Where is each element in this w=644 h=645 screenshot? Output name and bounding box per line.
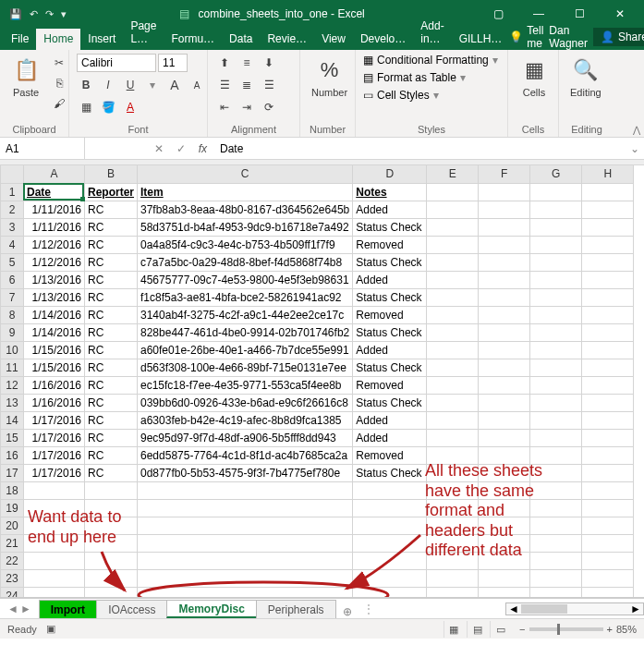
cell[interactable]	[353, 552, 427, 569]
cell[interactable]	[479, 499, 530, 517]
align-right-icon[interactable]: ☰	[260, 76, 278, 94]
cell[interactable]	[479, 569, 530, 587]
cell[interactable]: Status Check	[353, 323, 427, 341]
tab-nav-prev-icon[interactable]: ◄	[7, 602, 18, 615]
cell[interactable]	[530, 288, 582, 306]
cell[interactable]	[427, 271, 479, 288]
cell[interactable]	[427, 341, 479, 359]
cell[interactable]	[530, 552, 582, 569]
cell[interactable]: Status Check	[353, 253, 427, 271]
user-name[interactable]: Dan Wagner	[549, 24, 588, 50]
cell[interactable]	[530, 341, 582, 359]
row-header[interactable]: 16	[1, 446, 24, 464]
cell[interactable]: Date	[24, 183, 85, 201]
row-header[interactable]: 18	[1, 481, 24, 499]
cell[interactable]: Status Check	[353, 359, 427, 376]
cell[interactable]: 1/13/2016	[24, 288, 85, 306]
cell[interactable]: RC	[85, 288, 138, 306]
cell[interactable]	[427, 306, 479, 323]
cell[interactable]	[353, 587, 427, 598]
sheet-tab-ioaccess[interactable]: IOAccess	[96, 600, 167, 618]
tab-home[interactable]: Home	[36, 29, 80, 50]
cell[interactable]: 1/12/2016	[24, 236, 85, 253]
cell[interactable]	[582, 323, 634, 341]
cell[interactable]	[530, 323, 582, 341]
cell[interactable]: 1/14/2016	[24, 306, 85, 323]
qat-more-icon[interactable]: ▾	[61, 8, 67, 20]
cell[interactable]: RC	[85, 394, 138, 411]
row-header[interactable]: 13	[1, 394, 24, 411]
cell[interactable]	[138, 552, 353, 569]
col-header[interactable]: D	[353, 165, 427, 183]
expand-formula-icon[interactable]: ⌄	[626, 138, 644, 159]
cell[interactable]	[582, 306, 634, 323]
cell[interactable]: RC	[85, 359, 138, 376]
cell[interactable]	[479, 183, 530, 201]
cell[interactable]	[582, 253, 634, 271]
tab-developer[interactable]: Develo…	[353, 29, 413, 50]
sheet-tab-memorydisc[interactable]: MemoryDisc	[166, 600, 256, 618]
number-format-button[interactable]: % Number	[308, 54, 351, 100]
cell[interactable]	[582, 288, 634, 306]
cell[interactable]	[530, 569, 582, 587]
row-header[interactable]: 22	[1, 552, 24, 569]
col-header[interactable]: C	[138, 165, 353, 183]
spreadsheet-grid[interactable]: A B C D E F G H 1DateReporterItemNotes21…	[0, 165, 644, 598]
cell[interactable]: Status Check	[353, 288, 427, 306]
macro-record-icon[interactable]: ▣	[46, 623, 55, 635]
cell[interactable]	[582, 587, 634, 598]
cell[interactable]	[479, 394, 530, 411]
format-as-table-button[interactable]: ▤ Format as Table▾	[363, 71, 466, 84]
cell[interactable]: RC	[85, 271, 138, 288]
cell[interactable]	[24, 481, 85, 499]
cell[interactable]: Removed	[353, 306, 427, 323]
cell[interactable]	[427, 411, 479, 429]
tab-review[interactable]: Revie…	[260, 29, 314, 50]
cell[interactable]: RC	[85, 201, 138, 218]
cell[interactable]: RC	[85, 341, 138, 359]
zoom-out-icon[interactable]: −	[519, 624, 525, 635]
row-header[interactable]: 20	[1, 517, 24, 534]
cell[interactable]	[582, 341, 634, 359]
cell[interactable]: 1/12/2016	[24, 253, 85, 271]
cell[interactable]	[530, 253, 582, 271]
cell[interactable]	[353, 499, 427, 517]
cell[interactable]: 1/11/2016	[24, 201, 85, 218]
cell[interactable]: c7a7a5bc-0a29-48d8-8bef-f4d5868f74b8	[138, 253, 353, 271]
cell[interactable]	[479, 341, 530, 359]
collapse-ribbon-icon[interactable]: ⋀	[633, 125, 640, 135]
col-header[interactable]: G	[530, 165, 582, 183]
sheet-tab-import[interactable]: Import	[39, 600, 97, 618]
zoom-slider[interactable]	[529, 627, 603, 631]
cell[interactable]	[138, 499, 353, 517]
fx-icon[interactable]: fx	[199, 142, 207, 155]
row-header[interactable]: 4	[1, 236, 24, 253]
cell[interactable]	[427, 446, 479, 464]
align-middle-icon[interactable]: ≡	[237, 54, 256, 72]
zoom-in-icon[interactable]: +	[607, 624, 613, 635]
row-header[interactable]: 8	[1, 306, 24, 323]
editing-button[interactable]: 🔍 Editing	[566, 54, 605, 100]
tab-data[interactable]: Data	[222, 29, 260, 50]
cell[interactable]: RC	[85, 218, 138, 236]
cell[interactable]	[85, 587, 138, 598]
cell[interactable]: 45675777-09c7-4e53-9800-4e5f3eb98631	[138, 271, 353, 288]
cell[interactable]: Notes	[353, 183, 427, 201]
save-icon[interactable]: 💾	[9, 8, 22, 20]
name-box[interactable]: A1	[0, 138, 85, 159]
cell[interactable]	[582, 201, 634, 218]
share-button[interactable]: 👤 Share	[593, 28, 644, 46]
cell[interactable]	[582, 552, 634, 569]
cell[interactable]	[582, 236, 634, 253]
cell[interactable]: 3140ab4f-3275-4c2f-a9c1-44e2ee2ce17c	[138, 306, 353, 323]
cut-icon[interactable]: ✂	[50, 54, 68, 72]
underline-button[interactable]: U	[121, 76, 140, 94]
cell[interactable]	[427, 201, 479, 218]
cell[interactable]	[85, 534, 138, 552]
cell[interactable]: 1/16/2016	[24, 394, 85, 411]
select-all-corner[interactable]	[1, 165, 24, 183]
cell[interactable]: RC	[85, 376, 138, 394]
increase-font-icon[interactable]: A	[165, 76, 184, 94]
row-header[interactable]: 10	[1, 341, 24, 359]
cell[interactable]	[24, 517, 85, 534]
